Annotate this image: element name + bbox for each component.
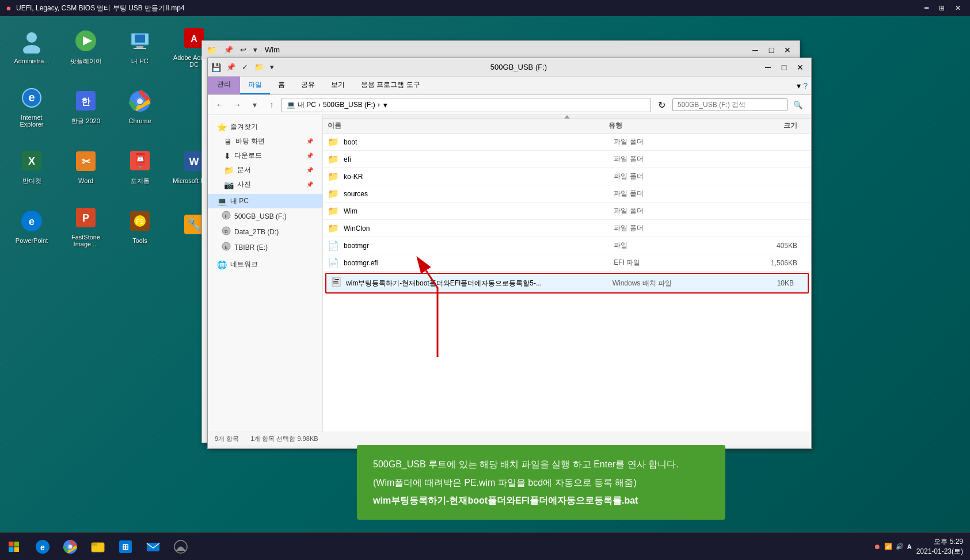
tbibr-icon: E <box>222 242 231 253</box>
sidebar-data2tb[interactable]: D Data_2TB (D:) <box>208 224 322 239</box>
desktop-icon-hangeul[interactable]: 한 한글 2020 <box>60 77 112 135</box>
network-tray-icon[interactable]: 📶 <box>884 543 892 550</box>
desktop-icon-administrator[interactable]: Administra... <box>6 17 58 75</box>
desktop-icon-ppt[interactable]: P FastStone Image ... <box>60 197 112 254</box>
search-btn[interactable]: 🔍 <box>790 100 807 111</box>
tab-app-tools[interactable]: 응용 프로그램 도구 <box>353 77 428 94</box>
file-type-kokr: 파일 폴더 <box>614 172 749 181</box>
file-item-winclon[interactable]: 📁 WinClon 파일 폴더 <box>323 220 811 237</box>
address-pc[interactable]: 내 PC <box>298 100 316 110</box>
file-item-kokr[interactable]: 📁 ko-KR 파일 폴더 <box>323 168 811 185</box>
qa-undo-btn[interactable]: ↩ <box>237 44 249 55</box>
nav-recent-btn[interactable]: ▾ <box>247 97 262 112</box>
sidebar-tbibr[interactable]: E TBIBR (E:) <box>208 239 322 255</box>
tab-file[interactable]: 파일 <box>240 77 270 94</box>
nav-forward-btn[interactable]: → <box>230 97 245 112</box>
start-button[interactable] <box>0 533 28 561</box>
file-item-efi[interactable]: 📁 efi 파일 폴더 <box>323 151 811 168</box>
nav-back-btn[interactable]: ← <box>212 97 227 112</box>
sidebar-pictures[interactable]: 📷 사진 📌 <box>208 177 322 192</box>
sidebar-desktop[interactable]: 🖥 바탕 화면 📌 <box>208 134 322 148</box>
file-item-sources[interactable]: 📁 sources 파일 폴더 <box>323 185 811 203</box>
desktop-icon-msedge[interactable]: e PowerPoint <box>6 197 58 254</box>
col-type-header[interactable]: 유형 <box>608 121 749 131</box>
sidebar-500gb[interactable]: F 500GB_USB (F:) <box>208 208 322 224</box>
usb-window-buttons[interactable]: ─ □ ✕ <box>760 60 808 75</box>
qa-pin-btn2[interactable]: 📌 <box>223 62 238 73</box>
qa-folder-btn[interactable]: 📁 <box>252 62 267 73</box>
desktop-icon-faststone[interactable]: FS Tools <box>114 197 166 254</box>
sidebar-mypc[interactable]: 💻 내 PC <box>208 194 322 208</box>
desktop-icon-post[interactable]: 📮 포지통 <box>114 137 166 195</box>
video-ctrl-1[interactable]: ━ <box>921 4 932 12</box>
file-type-winclon: 파일 폴더 <box>614 223 749 233</box>
tray-icons[interactable]: ⏺ 📶 🔊 A <box>874 543 912 551</box>
usb-minimize-btn[interactable]: ─ <box>760 60 775 75</box>
wim-maximize-btn[interactable]: □ <box>764 43 779 58</box>
sidebar-documents[interactable]: 📁 문서 📌 <box>208 163 322 177</box>
manage-tab[interactable]: 관리 <box>208 77 240 94</box>
address-usb[interactable]: 500GB_USB (F:) <box>323 101 375 109</box>
file-item-wim[interactable]: 📁 Wim 파일 폴더 <box>323 203 811 220</box>
msedge-label: PowerPoint <box>16 237 48 244</box>
ribbon-help-btn[interactable]: ? <box>803 81 808 90</box>
qa-down-btn[interactable]: ▾ <box>250 44 260 55</box>
col-size-header[interactable]: 크기 <box>749 121 807 131</box>
desktop-icon-excel[interactable]: X 반디컷 <box>6 137 58 195</box>
search-input[interactable] <box>672 98 788 111</box>
tab-home[interactable]: 홈 <box>270 77 293 94</box>
quick-access-bar[interactable]: 📌 ↩ ▾ <box>221 44 260 55</box>
tab-view[interactable]: 보기 <box>323 77 353 94</box>
taskbar-store[interactable]: ⊞ <box>113 534 138 559</box>
desktop-icon-ie[interactable]: e Internet Explorer <box>6 77 58 135</box>
file-item-bootmgrefi[interactable]: 📄 bootmgr.efi EFI 파일 1,506KB <box>323 254 811 272</box>
taskbar-mail[interactable] <box>140 534 166 559</box>
svg-text:FS: FS <box>136 219 144 225</box>
nav-up-btn[interactable]: ↑ <box>264 97 279 112</box>
pin-icon: 📌 <box>306 138 313 144</box>
address-path[interactable]: 💻 내 PC › 500GB_USB (F:) › ▾ <box>282 98 651 112</box>
address-dropdown-btn[interactable]: ▾ <box>382 101 389 109</box>
file-item-bootmgr[interactable]: 📄 bootmgr 파일 405KB <box>323 237 811 254</box>
svg-text:📮: 📮 <box>132 153 149 168</box>
sidebar-network[interactable]: 🌐 네트워크 <box>208 257 322 272</box>
tab-share[interactable]: 공유 <box>293 77 323 94</box>
taskbar-chrome[interactable] <box>58 534 83 559</box>
sidebar-downloads[interactable]: ⬇ 다운로드 📌 <box>208 148 322 163</box>
video-ctrl-2[interactable]: ⊞ <box>935 4 948 12</box>
windows-logo-icon <box>8 541 20 553</box>
video-ctrl-3[interactable]: ✕ <box>952 4 964 12</box>
col-name-header[interactable]: 이름 <box>328 121 608 131</box>
taskbar-edge[interactable]: e <box>30 534 55 559</box>
video-controls[interactable]: ━ ⊞ ✕ <box>921 4 964 12</box>
administrator-icon <box>18 28 45 55</box>
lang-indicator[interactable]: A <box>907 543 912 550</box>
taskbar-wing[interactable] <box>168 534 193 559</box>
file-item-bat[interactable]: wim부팅등록하기-현재boot폴더와EFI폴더에자동으로등록할5-... Wi… <box>325 273 809 294</box>
record-tray-icon: ⏺ <box>874 543 881 551</box>
clock-display[interactable]: 오후 5:29 2021-01-23(토) <box>916 537 963 557</box>
sound-tray-icon[interactable]: 🔊 <box>896 543 904 550</box>
taskbar-explorer[interactable] <box>85 534 111 559</box>
qa-pin-btn[interactable]: 📌 <box>221 44 236 55</box>
quick-access-buttons[interactable]: 📌 ✓ 📁 ▾ <box>223 62 277 73</box>
desktop-icon-bandicut[interactable]: ✂ Word <box>60 137 112 195</box>
wim-minimize-btn[interactable]: ─ <box>748 43 763 58</box>
desktop-icon-mypc[interactable]: 내 PC <box>114 17 166 75</box>
ribbon-right-btns[interactable]: ▾ ? <box>793 77 811 94</box>
ribbon-collapse-btn[interactable]: ▾ <box>797 81 801 90</box>
desktop-icon-ppplayer[interactable]: 팟플레이어 <box>60 17 112 75</box>
qa-check-btn[interactable]: ✓ <box>239 62 251 73</box>
refresh-btn[interactable]: ↻ <box>653 98 670 112</box>
file-name-winclon: WinClon <box>344 224 614 233</box>
usb-close-btn[interactable]: ✕ <box>793 60 808 75</box>
file-item-boot[interactable]: 📁 boot 파일 폴더 <box>323 134 811 151</box>
wim-window-buttons[interactable]: ─ □ ✕ <box>748 43 795 58</box>
usb-sidebar-icon: F <box>222 211 231 222</box>
usb-maximize-btn[interactable]: □ <box>777 60 792 75</box>
annotation-box: 500GB_USB 루트에 있는 해당 배치 파일을 실행 하고 Enter를 … <box>357 445 725 520</box>
svg-text:A: A <box>191 34 197 44</box>
wim-close-btn[interactable]: ✕ <box>780 43 795 58</box>
qa-dropdown-btn[interactable]: ▾ <box>267 62 277 73</box>
desktop-icon-chrome[interactable]: Chrome <box>114 77 166 135</box>
